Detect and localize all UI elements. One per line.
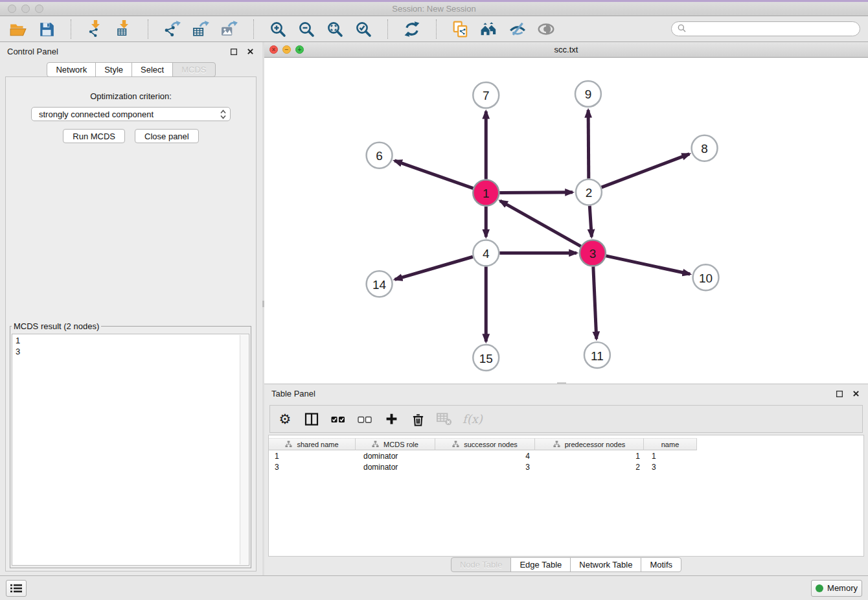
- graph-node-10[interactable]: 10: [693, 264, 719, 290]
- import-table-icon[interactable]: [113, 19, 134, 40]
- graph-edge-2-9[interactable]: [588, 110, 589, 179]
- delete-rows-icon[interactable]: [409, 411, 426, 428]
- control-panel: Control Panel NetworkStyleSelectMCDS Opt…: [0, 42, 262, 575]
- close-panel-button[interactable]: Close panel: [135, 129, 199, 143]
- optimization-criterion-label: Optimization criterion:: [6, 91, 256, 101]
- view-zoom-button[interactable]: +: [295, 45, 304, 54]
- add-row-icon[interactable]: [383, 411, 400, 428]
- save-session-icon[interactable]: [36, 19, 57, 40]
- refresh-layout-icon[interactable]: [402, 19, 422, 40]
- first-neighbors-icon[interactable]: [479, 19, 499, 40]
- zoom-out-icon[interactable]: [296, 19, 317, 40]
- zoom-fit-icon[interactable]: [325, 19, 345, 40]
- graph-node-15[interactable]: 15: [473, 345, 499, 371]
- toolbar-separator: [253, 19, 254, 39]
- table-row[interactable]: 3dominator323: [269, 461, 863, 472]
- graph-node-1[interactable]: 1: [473, 180, 499, 206]
- select-all-icon[interactable]: [330, 411, 347, 428]
- memory-button-label: Memory: [827, 583, 858, 593]
- column-header-shared-name[interactable]: shared name: [269, 438, 356, 450]
- import-network-icon[interactable]: [85, 19, 106, 40]
- tab-edge-table[interactable]: Edge Table: [510, 557, 571, 572]
- delete-table-icon: [436, 411, 453, 428]
- network-view-title: scc.txt: [264, 45, 868, 54]
- graph-node-11[interactable]: 11: [584, 342, 610, 368]
- toolbar-separator: [387, 19, 388, 39]
- zoom-in-icon[interactable]: [268, 19, 288, 40]
- table-row[interactable]: 1dominator411: [269, 450, 863, 461]
- graph-node-label: 11: [591, 349, 604, 363]
- mcds-tab-content: Optimization criterion: strongly connect…: [5, 76, 257, 571]
- column-header-name[interactable]: name: [644, 438, 697, 450]
- graph-edge-3-1[interactable]: [500, 201, 581, 246]
- clone-network-icon[interactable]: [450, 19, 471, 40]
- graph-edge-4-14[interactable]: [395, 257, 474, 279]
- export-network-icon[interactable]: [162, 19, 183, 40]
- zoom-selected-icon[interactable]: [353, 19, 374, 40]
- memory-button[interactable]: Memory: [811, 580, 862, 597]
- graph-edge-3-11[interactable]: [593, 266, 597, 339]
- column-header-predecessor-nodes[interactable]: predecessor nodes: [535, 438, 644, 450]
- export-image-icon[interactable]: [219, 19, 240, 40]
- table-panel-float-button[interactable]: [834, 389, 845, 399]
- graph-edge-3-10[interactable]: [606, 256, 690, 274]
- result-scrollbar[interactable]: [240, 335, 248, 564]
- graph-node-4[interactable]: 4: [473, 240, 499, 266]
- tab-mcds[interactable]: MCDS: [172, 62, 215, 77]
- search-input[interactable]: [690, 25, 854, 34]
- graph-node-7[interactable]: 7: [473, 82, 499, 108]
- search-icon: [678, 23, 686, 35]
- network-canvas[interactable]: 7968124314101511: [264, 58, 868, 384]
- table-cell: 3: [644, 463, 697, 472]
- column-header-mcds-role[interactable]: MCDS role: [356, 438, 435, 450]
- application-window: Session: New Session Control Panel Netwo…: [0, 0, 868, 600]
- mcds-result-title: MCDS result (2 nodes): [12, 321, 101, 331]
- control-panel-tabs: NetworkStyleSelectMCDS: [0, 62, 262, 77]
- search-box[interactable]: [671, 21, 860, 36]
- node-table-header: shared nameMCDS rolesuccessor nodesprede…: [269, 438, 863, 450]
- mcds-result-line: 1: [16, 335, 246, 346]
- view-close-button[interactable]: ×: [269, 45, 278, 54]
- tab-style[interactable]: Style: [95, 62, 132, 77]
- graph-node-label: 7: [483, 89, 490, 102]
- table-panel-close-button[interactable]: [851, 389, 861, 399]
- export-table-icon[interactable]: [190, 19, 211, 40]
- table-cell: dominator: [356, 452, 435, 461]
- node-table: shared nameMCDS rolesuccessor nodesprede…: [268, 435, 864, 557]
- window-titlebar: Session: New Session: [0, 0, 868, 16]
- tab-network-table[interactable]: Network Table: [570, 557, 641, 572]
- graph-node-8[interactable]: 8: [692, 135, 718, 161]
- graph-node-label: 15: [479, 352, 493, 365]
- main-toolbar: [0, 16, 868, 42]
- graph-node-9[interactable]: 9: [575, 81, 601, 107]
- tab-node-table[interactable]: Node Table: [451, 557, 512, 572]
- deselect-all-icon[interactable]: [356, 411, 373, 428]
- task-history-button[interactable]: [6, 580, 27, 597]
- toolbar-separator: [71, 19, 71, 39]
- graph-node-6[interactable]: 6: [367, 143, 393, 168]
- control-panel-close-button[interactable]: [245, 47, 255, 57]
- graph-edge-1-2[interactable]: [499, 192, 573, 193]
- mcds-result-list: 13: [12, 334, 249, 566]
- graph-node-label: 8: [701, 142, 708, 156]
- tab-select[interactable]: Select: [131, 62, 173, 77]
- run-mcds-button[interactable]: Run MCDS: [63, 129, 125, 143]
- graph-node-14[interactable]: 14: [367, 271, 393, 297]
- graph-edge-2-8[interactable]: [602, 154, 690, 188]
- view-minimize-button[interactable]: −: [282, 45, 291, 54]
- open-session-icon[interactable]: [8, 19, 29, 40]
- tab-motifs[interactable]: Motifs: [641, 557, 681, 572]
- graph-edge-2-3[interactable]: [589, 206, 591, 237]
- optimization-criterion-select[interactable]: strongly connected component: [31, 107, 231, 121]
- table-panel-tabs: Node TableEdge TableNetwork TableMotifs: [264, 556, 868, 573]
- table-settings-icon[interactable]: ⚙: [277, 411, 293, 428]
- column-header-successor-nodes[interactable]: successor nodes: [435, 438, 535, 450]
- graph-edge-1-6[interactable]: [394, 161, 473, 189]
- preview-eye-icon[interactable]: [536, 19, 556, 40]
- graph-node-2[interactable]: 2: [576, 179, 602, 205]
- graph-node-3[interactable]: 3: [580, 240, 606, 266]
- control-panel-float-button[interactable]: [229, 47, 239, 57]
- tab-network[interactable]: Network: [47, 62, 96, 77]
- column-panel-icon[interactable]: [303, 411, 320, 428]
- graphics-details-icon[interactable]: [507, 19, 528, 40]
